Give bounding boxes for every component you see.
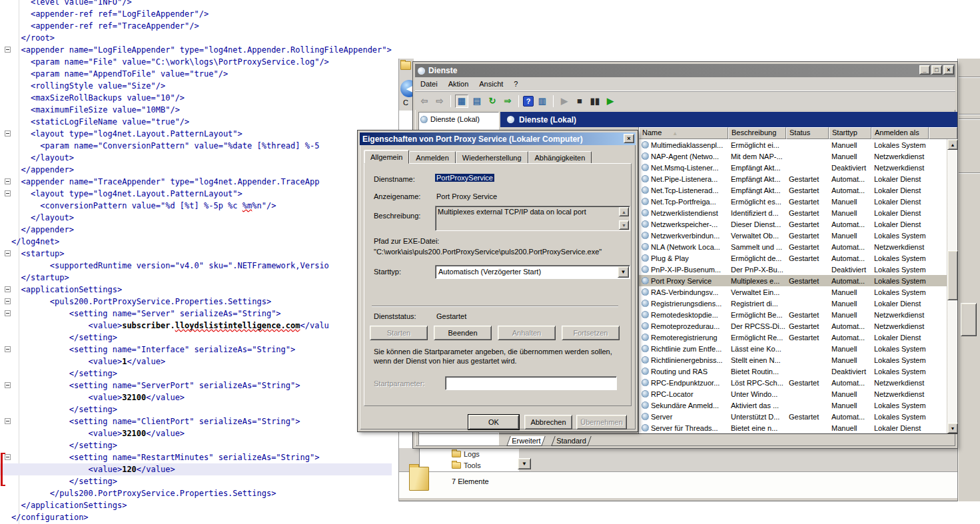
scroll-up-icon[interactable]: ▲ (619, 207, 629, 216)
back-button[interactable]: ◀ (400, 80, 414, 97)
ok-button[interactable]: OK (468, 415, 519, 429)
startparameter-input[interactable] (445, 376, 617, 390)
service-row[interactable]: Sekundäre Anmeld...Aktiviert das ...Manu… (639, 399, 947, 411)
anhalten-button[interactable]: Anhalten (498, 326, 556, 340)
close-button[interactable]: × (943, 65, 954, 75)
service-row[interactable]: Port Proxy ServiceMultiplexes e...Gestar… (639, 275, 947, 286)
service-row[interactable]: Net.Msmq-Listener...Empfängt Akt...Deakt… (639, 162, 947, 173)
scroll-up-button[interactable]: ▲ (947, 139, 958, 150)
services-list[interactable]: Name▲BeschreibungStatusStarttypAnmelden … (638, 127, 957, 433)
service-row[interactable]: Registrierungsdiens...Registriert di...M… (639, 298, 947, 309)
fold-toggle-icon[interactable] (5, 382, 11, 388)
column-header-beschreibung[interactable]: Beschreibung (728, 127, 786, 139)
back-icon[interactable]: ⇦ (418, 95, 431, 108)
service-row[interactable]: RemoteregistrierungErmöglicht Re...Gesta… (639, 332, 947, 343)
fold-toggle-icon[interactable] (5, 298, 11, 304)
service-row[interactable]: Net.Tcp-Portfreiga...Ermöglicht es...Ges… (639, 196, 947, 207)
service-row[interactable]: NAP-Agent (Netwo...Mit dem NAP-...Manuel… (639, 150, 947, 162)
dialog-tabs[interactable]: AllgemeinAnmeldenWiederherstellungAbhäng… (364, 150, 592, 164)
service-row[interactable]: NetzwerklistendienstIdentifiziert d...Ge… (639, 207, 947, 218)
beenden-button[interactable]: Beenden (434, 326, 492, 340)
scrollbar-thumb[interactable] (947, 250, 958, 300)
menu-item-ansicht[interactable]: Ansicht (474, 79, 508, 89)
fold-toggle-icon[interactable] (5, 178, 11, 184)
vertical-scrollbar[interactable]: ▲ ▼ (947, 139, 957, 433)
fold-toggle-icon[interactable] (5, 190, 11, 196)
service-row[interactable]: Server für Threads...Bietet eine n...Man… (639, 422, 947, 433)
services-title-bar[interactable]: Dienste _ □ × (415, 64, 955, 77)
service-row[interactable]: Remotedesktopdie...Ermöglicht Be...Gesta… (639, 309, 947, 320)
chevron-down-icon[interactable]: ▼ (618, 266, 629, 278)
view-tabs[interactable]: ErweitertStandard (499, 433, 957, 447)
column-header-name[interactable]: Name▲ (639, 127, 728, 139)
service-row[interactable]: Netzwerkverbindun...Verwaltet Ob...Gesta… (639, 230, 947, 241)
dialog-tab-abhngigkeiten[interactable]: Abhängigkeiten (528, 151, 592, 164)
start-service-icon[interactable]: ▶ (558, 95, 571, 108)
extended-view-icon[interactable]: ▥ (536, 95, 549, 108)
combo-dropdown-button[interactable]: ▼ (518, 458, 531, 469)
dialog-tab-allgemein[interactable]: Allgemein (364, 150, 409, 164)
fold-toggle-icon[interactable] (5, 454, 11, 460)
menu-item-aktion[interactable]: Aktion (443, 79, 474, 89)
maximize-button[interactable]: □ (931, 65, 942, 75)
xml-code-editor[interactable]: <level value="INFO"/> <appender-ref ref=… (0, 0, 400, 524)
dialog-tab-anmelden[interactable]: Anmelden (409, 151, 456, 164)
fold-toggle-icon[interactable] (5, 250, 11, 256)
service-row[interactable]: Multimediaklassenpl...Ermöglicht ei...Ma… (639, 139, 947, 150)
explorer-file-list[interactable]: Logs Tools (419, 448, 519, 471)
service-row[interactable]: RPC-Endpunktzuor...Löst RPC-Sch...Gestar… (639, 377, 947, 388)
column-header-starttyp[interactable]: Starttyp (829, 127, 871, 139)
bernehmen-button[interactable]: Übernehmen (576, 415, 627, 429)
forward-icon[interactable]: ⇨ (433, 95, 446, 108)
service-row[interactable]: NLA (Network Loca...Sammelt und ...Gesta… (639, 241, 947, 252)
service-row[interactable]: Remoteprozedurau...Der RPCSS-Di...Gestar… (639, 320, 947, 332)
starten-button[interactable]: Starten (370, 326, 428, 340)
service-row[interactable]: ServerUnterstützt D...GestartetAutomat..… (639, 411, 947, 422)
minimize-button[interactable]: _ (919, 65, 930, 75)
close-icon[interactable]: × (624, 134, 634, 143)
fold-toggle-icon[interactable] (5, 47, 11, 53)
fold-toggle-icon[interactable] (5, 286, 11, 292)
folder-label[interactable]: Tools (464, 461, 481, 469)
stop-service-icon[interactable]: ■ (573, 95, 586, 108)
menu-item-[interactable]: ? (508, 79, 523, 89)
service-row[interactable]: RPC-LocatorUnter Windo...ManuellNetzwerk… (639, 388, 947, 399)
list-column-headers[interactable]: Name▲BeschreibungStatusStarttypAnmelden … (639, 127, 957, 139)
toolbar[interactable]: ⇦⇨▦▤↻⇒?▥▶■▮▮▶ (415, 91, 955, 110)
scrollbar-thumb[interactable] (961, 303, 977, 336)
properties-icon[interactable]: ▤ (470, 95, 484, 108)
abbrechen-button[interactable]: Abbrechen (524, 415, 572, 429)
help-icon[interactable]: ? (523, 96, 534, 107)
column-header-anmeldenals[interactable]: Anmelden als (871, 127, 929, 139)
fortsetzen-button[interactable]: Fortsetzen (562, 326, 620, 340)
scroll-down-button[interactable]: ▼ (947, 423, 958, 433)
fold-toggle-icon[interactable] (5, 131, 11, 136)
pause-service-icon[interactable]: ▮▮ (588, 95, 602, 108)
service-row[interactable]: Net.Pipe-Listenera...Empfängt Akt...Gest… (639, 173, 947, 184)
dienstname-value[interactable]: PortProxyService (435, 174, 494, 182)
service-row[interactable]: PnP-X-IP-Busenum...Der PnP-X-Bu...Deakti… (639, 264, 947, 275)
folder-label[interactable]: Logs (464, 450, 480, 458)
fold-toggle-icon[interactable] (5, 418, 11, 424)
service-row[interactable]: Richtlinie zum Entfe...Lässt eine Ko...M… (639, 343, 947, 354)
export-list-icon[interactable]: ⇒ (501, 95, 514, 108)
fold-toggle-icon[interactable] (5, 346, 11, 352)
show-tree-icon[interactable]: ▦ (455, 95, 468, 108)
fold-toggle-icon[interactable] (5, 310, 11, 316)
dialog-title-bar[interactable]: Eigenschaften von Port Proxy Service (Lo… (360, 132, 636, 145)
view-tab-erweitert[interactable]: Erweitert (506, 436, 546, 446)
dialog-tab-wiederherstellung[interactable]: Wiederherstellung (456, 151, 528, 164)
service-row[interactable]: Richtlinienergebniss...Stellt einen N...… (639, 354, 947, 366)
service-row[interactable]: RAS-Verbindungsv...Verwaltet Ein...Manue… (639, 286, 947, 298)
services-rows[interactable]: Multimediaklassenpl...Ermöglicht ei...Ma… (639, 139, 947, 433)
menu-item-datei[interactable]: Datei (415, 79, 443, 89)
service-row[interactable]: Plug & PlayErmöglicht de...GestartetAuto… (639, 252, 947, 264)
scroll-down-icon[interactable]: ▼ (619, 220, 629, 230)
beschreibung-box[interactable]: Multiplexes external TCP/IP data on loca… (435, 206, 630, 231)
tree-item-dienste-lokal[interactable]: Dienste (Lokal) (419, 113, 498, 126)
menu-bar[interactable]: DateiAktionAnsicht? (415, 77, 955, 91)
properties-dialog[interactable]: Eigenschaften von Port Proxy Service (Lo… (358, 131, 638, 431)
refresh-icon[interactable]: ↻ (486, 95, 499, 108)
starttyp-combobox[interactable]: Automatisch (Verzögerter Start) ▼ (435, 265, 630, 279)
service-row[interactable]: Net.Tcp-Listenerad...Empfängt Akt...Gest… (639, 184, 947, 196)
